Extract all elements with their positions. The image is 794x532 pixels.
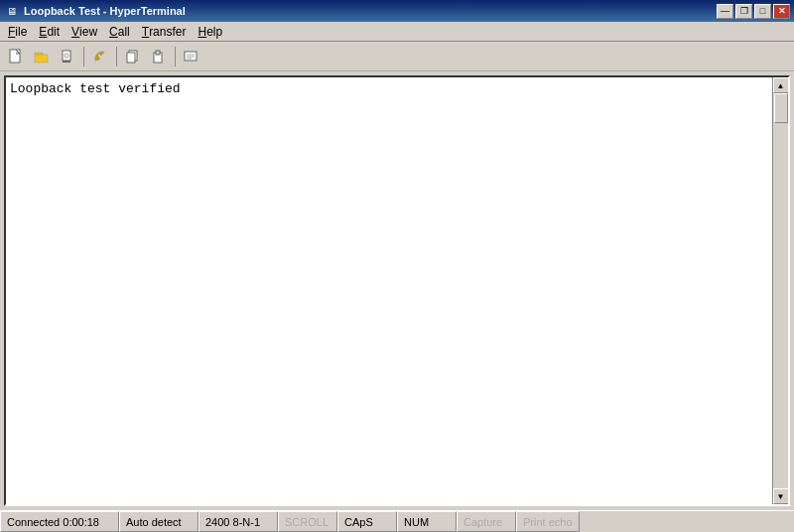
svg-rect-9 [156, 51, 160, 55]
window-icon: 🖥 [4, 3, 20, 19]
svg-rect-2 [35, 55, 48, 63]
title-bar: 🖥 Loopback Test - HyperTerminal — ❐ □ ✕ [0, 0, 794, 22]
terminal-container: Loopback test verified ▲ ▼ [4, 75, 790, 506]
maximize-button[interactable]: □ [754, 4, 771, 19]
scroll-track[interactable] [773, 93, 788, 488]
dial-button[interactable] [88, 45, 112, 68]
status-scroll: SCROLL [278, 511, 337, 532]
terminal-content[interactable]: Loopback test verified [6, 77, 772, 504]
minimize-button[interactable]: — [717, 4, 733, 19]
menu-help[interactable]: Help [192, 22, 228, 41]
scrollbar-vertical[interactable]: ▲ ▼ [772, 77, 788, 504]
status-capture: Capture [457, 511, 516, 532]
svg-rect-4 [63, 61, 70, 63]
status-printecho: Print echo [516, 511, 580, 532]
status-baud: 2400 8-N-1 [198, 511, 278, 532]
toolbar-sep-1 [83, 47, 84, 66]
menu-transfer[interactable]: Transfer [136, 22, 193, 41]
menu-bar: File Edit View Call Transfer Help [0, 22, 794, 42]
status-num: NUM [397, 511, 457, 532]
new-button[interactable] [4, 45, 28, 68]
status-connection: Connected 0:00:18 [0, 511, 119, 532]
status-caps: CApS [337, 511, 397, 532]
scroll-thumb[interactable] [774, 93, 788, 123]
capture-button[interactable] [180, 45, 203, 68]
menu-edit[interactable]: Edit [33, 22, 66, 41]
scroll-up-button[interactable]: ▲ [773, 77, 789, 93]
open-button[interactable] [30, 45, 54, 68]
main-area: Loopback test verified ▲ ▼ [0, 71, 794, 510]
menu-file[interactable]: File [2, 22, 33, 41]
close-button[interactable]: ✕ [773, 4, 790, 19]
terminal-text: Loopback test verified [10, 81, 181, 96]
toolbar-sep-3 [175, 47, 176, 66]
properties-button[interactable] [56, 45, 79, 68]
toolbar-sep-2 [116, 47, 117, 66]
svg-rect-1 [35, 53, 43, 55]
restore-button[interactable]: ❐ [735, 4, 752, 19]
copy-button[interactable] [121, 45, 145, 68]
svg-rect-3 [63, 51, 70, 61]
menu-call[interactable]: Call [103, 22, 136, 41]
window-controls: — ❐ □ ✕ [717, 4, 790, 19]
toolbar [0, 42, 794, 71]
svg-rect-7 [127, 53, 135, 63]
status-bar: Connected 0:00:18 Auto detect 2400 8-N-1… [0, 510, 794, 532]
menu-view[interactable]: View [66, 22, 103, 41]
window-title: Loopback Test - HyperTerminal [24, 5, 186, 17]
status-detection: Auto detect [119, 511, 198, 532]
scroll-down-button[interactable]: ▼ [773, 488, 789, 504]
paste-button[interactable] [147, 45, 171, 68]
